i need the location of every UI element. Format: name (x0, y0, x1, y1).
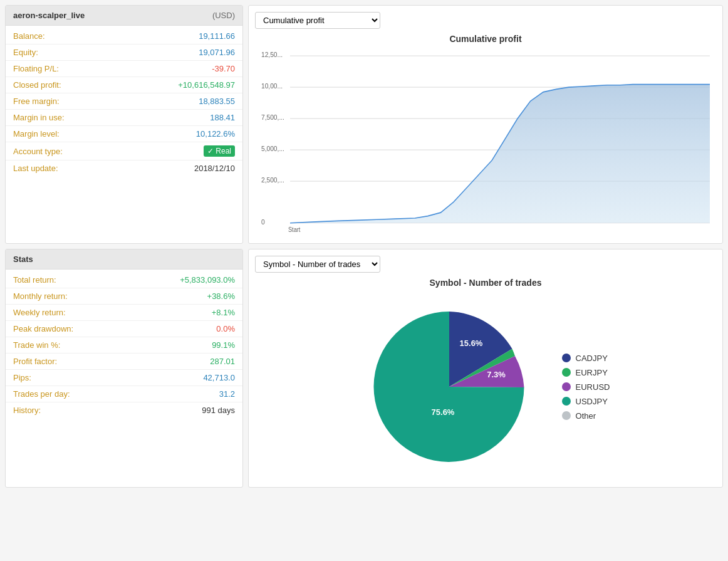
legend-item-1: EURJPY (562, 368, 610, 377)
legend-dot-1 (562, 368, 571, 377)
account-currency: (USD) (212, 11, 235, 20)
pie-chart-svg: 15.6% 7.3% 75.6% (361, 299, 537, 474)
legend-dot-3 (562, 397, 571, 406)
stats-row-value-4: 99.1% (212, 340, 235, 350)
pie-chart-container: 15.6% 7.3% 75.6% (361, 299, 537, 474)
cumulative-dropdown-container: Cumulative profit (255, 12, 716, 29)
account-header: aeron-scalper_live (USD) (6, 6, 242, 26)
account-row-value-8: 2018/12/10 (194, 164, 235, 173)
stats-row-value-3: 0.0% (216, 324, 235, 333)
svg-text:10,00...: 10,00... (261, 82, 283, 90)
legend-dot-2 (562, 382, 571, 391)
account-row-label-1: Equity: (13, 48, 38, 57)
account-row-label-4: Free margin: (13, 97, 60, 106)
account-row-value-2: -39.70 (212, 64, 235, 73)
account-name: aeron-scalper_live (13, 11, 85, 20)
legend-label-4: Other (576, 411, 596, 421)
account-row-2: Floating P/L:-39.70 (6, 61, 242, 77)
account-row-5: Margin in use:188.41 (6, 110, 242, 126)
stats-row-value-2: +8.1% (212, 308, 235, 317)
account-row-label-3: Closed profit: (13, 80, 61, 90)
stats-row-label-0: Total return: (13, 275, 56, 285)
account-row-value-3: +10,616,548.97 (178, 80, 235, 90)
legend-dot-4 (562, 411, 571, 420)
account-row-value-6: 10,122.6% (196, 129, 235, 139)
stats-row-1: Monthly return:+38.6% (6, 288, 242, 305)
stats-rows: Total return:+5,833,093.0%Monthly return… (6, 270, 242, 421)
stats-row-label-3: Peak drawdown: (13, 324, 73, 333)
account-row-1: Equity:19,071.96 (6, 45, 242, 61)
stats-row-label-5: Profit factor: (13, 357, 57, 366)
account-row-value-5: 188.41 (210, 113, 235, 122)
stats-row-8: History:991 days (6, 402, 242, 418)
real-badge: ✓ Real (204, 145, 235, 157)
account-row-value-4: 18,883.55 (199, 97, 235, 106)
svg-text:7.3%: 7.3% (487, 370, 506, 379)
stats-row-label-6: Pips: (13, 373, 31, 382)
legend-item-4: Other (562, 411, 610, 421)
legend-item-2: EURUSD (562, 382, 610, 392)
pie-dropdown[interactable]: Symbol - Number of trades (255, 256, 380, 273)
pie-legend: CADJPYEURJPYEURUSDUSDJPYOther (562, 354, 610, 421)
legend-label-0: CADJPY (576, 354, 608, 363)
stats-row-value-5: 287.01 (210, 357, 235, 366)
stats-row-label-8: History: (13, 406, 41, 415)
stats-row-value-0: +5,833,093.0% (180, 275, 235, 285)
stats-row-value-8: 991 days (202, 406, 235, 415)
cumulative-chart-svg: 12,50... 10,00... 7,500,... 5,000,... 2,… (261, 49, 710, 237)
stats-row-3: Peak drawdown:0.0% (6, 321, 242, 337)
svg-text:0: 0 (261, 218, 265, 226)
stats-row-value-7: 31.2 (219, 389, 235, 399)
account-row-value-0: 19,111.66 (199, 31, 235, 41)
account-panel: aeron-scalper_live (USD) Balance:19,111.… (5, 5, 243, 244)
cumulative-chart-area: 12,50... 10,00... 7,500,... 5,000,... 2,… (261, 49, 710, 237)
account-row-value-1: 19,071.96 (199, 48, 235, 57)
account-row-label-0: Balance: (13, 31, 45, 41)
svg-text:12,50...: 12,50... (261, 51, 283, 58)
stats-row-2: Weekly return:+8.1% (6, 305, 242, 321)
account-row-7: Account type:✓ Real (6, 142, 242, 160)
pie-section: 15.6% 7.3% 75.6% CADJPYEURJPYEURUSDUSDJP… (255, 293, 716, 481)
account-row-3: Closed profit:+10,616,548.97 (6, 77, 242, 93)
stats-row-5: Profit factor:287.01 (6, 354, 242, 370)
svg-text:2,500,...: 2,500,... (261, 176, 284, 184)
legend-label-3: USDJPY (576, 397, 608, 406)
stats-panel: Stats Total return:+5,833,093.0%Monthly … (5, 249, 243, 488)
legend-label-1: EURJPY (576, 368, 608, 377)
account-row-value-7: ✓ Real (204, 145, 235, 157)
account-row-6: Margin level:10,122.6% (6, 126, 242, 142)
svg-text:5,000,...: 5,000,... (261, 145, 284, 152)
svg-text:Start: Start (288, 226, 301, 233)
stats-row-value-1: +38.6% (207, 291, 235, 301)
account-row-8: Last update:2018/12/10 (6, 160, 242, 176)
cumulative-dropdown[interactable]: Cumulative profit (255, 12, 380, 29)
account-row-label-5: Margin in use: (13, 113, 65, 122)
legend-label-2: EURUSD (576, 382, 610, 392)
svg-text:75.6%: 75.6% (431, 407, 454, 417)
stats-row-label-2: Weekly return: (13, 308, 66, 317)
account-row-label-2: Floating P/L: (13, 64, 59, 73)
pie-chart-panel: Symbol - Number of trades Symbol - Numbe… (248, 249, 723, 488)
svg-text:15.6%: 15.6% (459, 338, 482, 348)
stats-row-7: Trades per day:31.2 (6, 386, 242, 402)
cumulative-chart-title: Cumulative profit (255, 34, 716, 44)
stats-row-4: Trade win %:99.1% (6, 337, 242, 354)
pie-chart-title: Symbol - Number of trades (255, 278, 716, 288)
legend-item-3: USDJPY (562, 397, 610, 406)
account-rows: Balance:19,111.66Equity:19,071.96Floatin… (6, 26, 242, 179)
cumulative-chart-panel: Cumulative profit Cumulative profit 12,5… (248, 5, 723, 244)
account-row-4: Free margin:18,883.55 (6, 93, 242, 110)
stats-row-label-7: Trades per day: (13, 389, 70, 399)
stats-header: Stats (6, 249, 242, 270)
account-row-label-7: Account type: (13, 147, 63, 156)
stats-row-0: Total return:+5,833,093.0% (6, 272, 242, 288)
svg-text:7,500,...: 7,500,... (261, 113, 284, 121)
account-row-label-8: Last update: (13, 164, 58, 173)
account-row-0: Balance:19,111.66 (6, 28, 242, 45)
stats-row-6: Pips:42,713.0 (6, 370, 242, 386)
legend-dot-0 (562, 354, 571, 362)
legend-item-0: CADJPY (562, 354, 610, 363)
account-row-label-6: Margin level: (13, 129, 60, 139)
stats-row-value-6: 42,713.0 (203, 373, 235, 382)
stats-row-label-1: Monthly return: (13, 291, 68, 301)
